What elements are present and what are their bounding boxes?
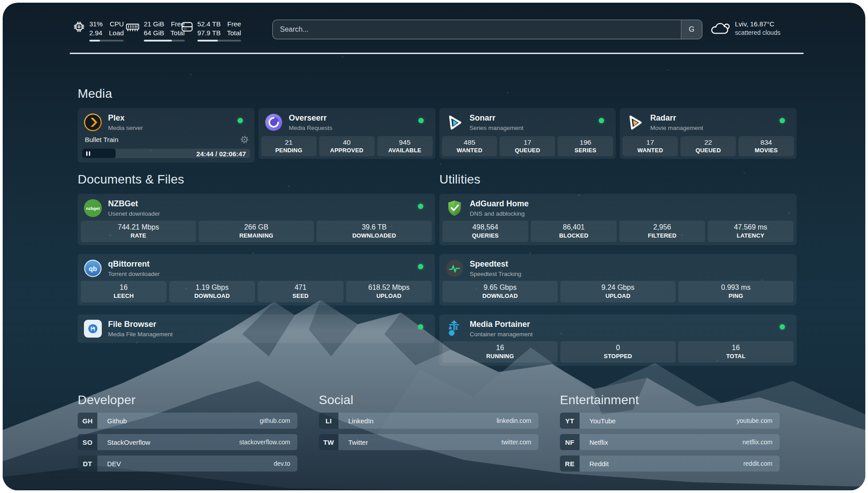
service-card-sonarr[interactable]: Sonarr Series management 485 WANTED 17 Q… [439,108,616,159]
card-subtitle: Container management [470,331,533,338]
bookmark-github[interactable]: GH Github github.com [78,413,297,429]
search-input[interactable] [273,20,681,39]
service-card-nzbget[interactable]: nzbget NZBGet Usenet downloader 744.21 M… [78,194,435,245]
card-title: Speedtest [470,259,522,269]
service-card-adguard[interactable]: AdGuard Home DNS and adblocking 498,564 … [439,194,797,245]
sonarr-icon [446,113,463,131]
service-card-plex[interactable]: Plex Media server Bullet Train [78,108,255,163]
service-card-portainer[interactable]: Media Portainer Container management 16 … [439,314,797,366]
cpu-progress-fill [89,40,100,42]
playback-progress-track[interactable]: 24:44 / 02:06:47 [82,149,250,158]
stat-value: 1.19 Gbps [169,283,255,292]
stat-value: 17 [500,138,555,146]
stat-value: 0 [560,343,676,352]
stat-value: 40 [319,138,375,146]
stat-box: 0 STOPPED [560,341,676,363]
stat-value: 834 [739,138,794,146]
stat-label: QUEUED [680,147,736,154]
stat-label: TOTAL [678,353,793,359]
card-subtitle: Media File Management [108,331,173,338]
stat-label: APPROVED [319,147,375,154]
service-card-filebrowser[interactable]: File Browser Media File Management [78,314,435,343]
stat-value: 618.52 Mbps [346,283,432,292]
snow-particles [3,3,4,4]
filebrowser-icon [84,320,102,338]
stat-label: DOWNLOADED [317,232,432,239]
pause-icon [86,151,88,156]
playback-progress-fill [82,149,116,158]
bookmark-reddit[interactable]: RE Reddit reddit.com [560,455,780,472]
card-subtitle: Series management [470,125,524,131]
stat-label: UPLOAD [346,292,432,299]
card-title: NZBGet [108,199,160,209]
disk-progress-track [197,40,241,42]
stat-value: 9.65 Gbps [442,283,558,292]
card-title: Media Portainer [470,320,533,330]
card-title: Plex [108,113,143,123]
card-title: File Browser [108,320,173,330]
stat-label: RUNNING [442,353,558,359]
bookmark-stackoverflow[interactable]: SO StackOverflow stackoverflow.com [78,434,297,450]
weather-location-temp: Lviv, 16.87°C [735,20,780,29]
qbittorrent-icon: qb [84,259,102,277]
bookmark-linkedin[interactable]: LI LinkedIn linkedin.com [319,413,538,429]
service-card-qbittorrent[interactable]: qb qBittorrent Torrent downloader 16 LEE… [78,254,435,305]
stat-box: 266 GB REMAINING [199,221,314,242]
bookmark-youtube[interactable]: YT YouTube youtube.com [560,413,780,429]
stat-box: 196 SERIES [558,136,613,156]
stat-box: 945 AVAILABLE [377,136,433,156]
disk-icon [181,21,193,32]
bookmark-name: LinkedIn [348,417,374,425]
stat-value: 498,564 [442,223,528,232]
service-card-radarr[interactable]: Radarr Movie management 17 WANTED 22 QUE… [620,108,797,159]
gear-icon[interactable] [241,136,248,143]
stat-value: 485 [442,138,497,146]
bookmark-abbr: GH [78,413,97,429]
memory-widget: 21 GiB 64 GiB Free Total [126,20,185,42]
stat-value: 21 [261,138,317,146]
status-dot-online [599,118,604,123]
cpu-label: CPU [109,20,124,29]
stat-label: AVAILABLE [377,147,433,154]
stat-label: WANTED [622,147,678,154]
bookmark-domain: github.com [260,417,290,424]
section-heading-entertainment: Entertainment [560,393,639,407]
service-card-speedtest[interactable]: Speedtest Speedtest Tracking 9.65 Gbps D… [439,254,797,305]
cpu-progress-track [89,40,124,42]
stat-box: 39.6 TB DOWNLOADED [317,221,432,242]
stat-box: 485 WANTED [442,136,497,156]
bookmark-netflix[interactable]: NF Netflix netflix.com [560,434,780,450]
cpu-load-value: 2.94 [89,29,103,38]
radarr-icon [626,113,644,131]
stat-box: 22 QUEUED [680,136,736,156]
stat-value: 16 [442,343,558,352]
memory-progress-fill [144,40,172,42]
stat-label: DOWNLOAD [442,292,558,299]
status-dot-online [418,118,424,123]
disk-free-label: Free [227,20,241,29]
section-heading-utilities: Utilities [439,172,480,187]
stat-value: 2,956 [619,223,705,232]
card-title: qBittorrent [108,259,160,269]
stat-box: 17 WANTED [622,136,678,156]
memory-total-value: 64 GiB [144,29,164,38]
stat-value: 16 [81,283,167,292]
stat-label: DOWNLOAD [169,292,255,299]
bookmark-dev[interactable]: DT DEV dev.to [78,455,297,472]
search-provider-button[interactable]: G [681,20,702,39]
status-dot-online [238,118,243,123]
stat-box: 0.993 ms PING [678,281,793,302]
stat-label: REMAINING [199,232,314,239]
stat-label: LEECH [81,292,167,299]
stat-label: WANTED [442,147,497,154]
speedtest-icon [446,259,463,277]
bookmark-abbr: DT [78,455,97,472]
status-dot-online [418,324,423,330]
stat-box: 9.65 Gbps DOWNLOAD [442,281,558,302]
stat-box: 16 TOTAL [678,341,793,363]
stat-box: 471 SEED [258,281,343,302]
card-subtitle: Speedtest Tracking [470,271,522,277]
stat-label: FILTERED [619,232,705,239]
service-card-overseerr[interactable]: Overseerr Media Requests 21 PENDING 40 A… [259,108,435,159]
bookmark-twitter[interactable]: TW Twitter twitter.com [319,434,538,450]
